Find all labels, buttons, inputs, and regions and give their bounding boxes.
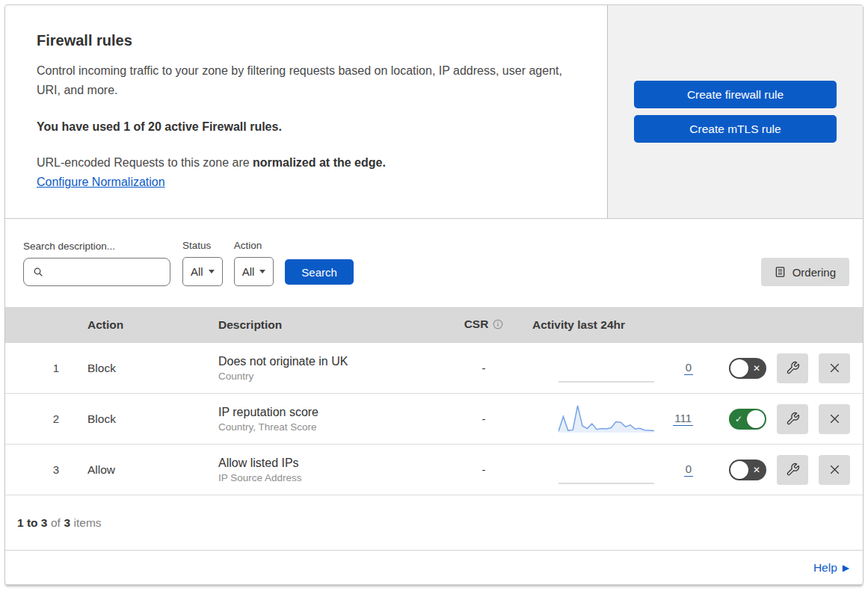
rule-fields: Country [218,371,443,382]
firewall-rules-panel: Firewall rules Control incoming traffic … [4,4,864,585]
header-section: Firewall rules Control incoming traffic … [5,5,863,219]
edit-rule-button[interactable] [777,455,808,485]
normalization-note-bold: normalized at the edge. [253,156,386,169]
wrench-icon [786,361,800,375]
toggle-cross-icon: ✕ [753,364,760,373]
close-icon [828,463,841,476]
rule-csr-value: - [443,412,525,425]
ordering-list-icon [775,266,786,278]
rule-description: Does not originate in UK [218,355,443,368]
rule-description: Allow listed IPs [218,457,443,470]
activity-sparkline [558,403,654,436]
search-group: Search description... [23,241,170,286]
rule-description-cell: Allow listed IPs IP Source Address [203,457,443,483]
rule-fields: IP Source Address [218,472,443,483]
items-range: 1 to 3 [17,516,47,530]
chevron-down-icon [259,270,265,273]
activity-count-link[interactable]: 0 [684,462,693,477]
create-mtls-rule-button[interactable]: Create mTLS rule [634,115,837,143]
rule-activity-cell: 0 [525,352,704,385]
page-description: Control incoming traffic to your zone by… [37,61,577,100]
wrench-icon [786,412,800,426]
usage-summary: You have used 1 of 20 active Firewall ru… [37,120,577,134]
header-text-block: Firewall rules Control incoming traffic … [5,5,607,218]
help-link[interactable]: Help ▶ [813,561,849,575]
status-selected-value: All [191,265,203,278]
activity-column-header: Activity last 24hr [525,318,704,332]
filter-bar: Search description... Status All Action … [5,219,863,307]
action-label: Action [234,240,274,251]
search-input[interactable] [50,259,185,285]
rule-controls: ✓ ✕ [704,455,863,485]
rule-description-cell: Does not originate in UK Country [203,355,443,382]
rule-enabled-toggle[interactable]: ✓ ✕ [729,358,766,379]
items-total: 3 [64,516,70,530]
edit-rule-button[interactable] [777,353,808,383]
table-row: 1 Block Does not originate in UK Country… [5,343,863,394]
items-label: items [74,516,102,530]
activity-sparkline [558,352,654,385]
normalization-note-text: URL-encoded Requests to this zone are [37,156,253,169]
help-row: Help ▶ [5,551,863,584]
delete-rule-button[interactable] [819,455,850,485]
rule-priority: 1 [5,362,73,374]
rule-activity-cell: 111 [525,403,704,436]
ordering-button[interactable]: Ordering [761,258,849,286]
activity-count-link[interactable]: 0 [684,361,693,375]
rule-priority: 2 [5,412,73,425]
search-icon [32,266,44,278]
search-button[interactable]: Search [285,259,354,285]
action-filter-group: Action All [234,240,274,286]
items-of-text: of [51,516,61,530]
status-select[interactable]: All [182,257,223,286]
status-filter-group: Status All [182,240,223,286]
rule-priority: 3 [5,463,73,476]
create-firewall-rule-button[interactable]: Create firewall rule [634,81,837,108]
close-icon [828,412,841,425]
rule-fields: Country, Threat Score [218,421,443,433]
description-column-header: Description [203,318,443,332]
table-row: 2 Block IP reputation score Country, Thr… [5,394,863,445]
rule-action: Block [73,362,203,375]
table-header-row: Action Description CSR Activity last 24h… [5,307,863,343]
rule-description: IP reputation score [218,406,443,419]
close-icon [828,362,841,374]
action-column-header: Action [73,318,203,332]
chevron-down-icon [209,270,215,273]
search-label: Search description... [23,241,170,252]
activity-count-link[interactable]: 111 [673,412,693,426]
action-selected-value: All [242,265,255,278]
page-title: Firewall rules [37,32,577,49]
toggle-knob [747,410,765,428]
configure-normalization-link[interactable]: Configure Normalization [37,176,165,188]
toggle-knob [730,359,748,377]
rule-activity-cell: 0 [525,454,704,486]
toggle-check-icon: ✓ [735,415,742,424]
delete-rule-button[interactable] [819,353,850,383]
rule-enabled-toggle[interactable]: ✓ ✕ [729,460,766,480]
rule-description-cell: IP reputation score Country, Threat Scor… [203,406,443,433]
pagination-summary: 1 to 3 of 3 items [5,495,863,551]
rule-enabled-toggle[interactable]: ✓ ✕ [729,409,766,430]
toggle-cross-icon: ✕ [753,465,760,474]
rule-csr-value: - [443,362,525,374]
rule-csr-value: - [443,463,525,476]
rule-action: Allow [73,463,203,477]
rule-controls: ✓ ✕ [704,404,863,434]
rule-action: Block [73,412,203,426]
rule-controls: ✓ ✕ [704,353,863,383]
normalization-note: URL-encoded Requests to this zone are no… [37,156,577,170]
rules-table-body: 1 Block Does not originate in UK Country… [5,343,863,495]
action-select[interactable]: All [234,257,274,286]
status-label: Status [182,240,223,251]
help-link-label: Help [813,561,837,575]
table-row: 3 Allow Allow listed IPs IP Source Addre… [5,445,863,495]
ordering-button-label: Ordering [792,266,836,279]
delete-rule-button[interactable] [819,404,850,434]
activity-sparkline [558,454,654,486]
wrench-icon [786,462,800,477]
help-arrow-icon: ▶ [843,563,849,573]
csr-column-header: CSR [443,318,525,332]
info-icon[interactable] [493,319,503,332]
edit-rule-button[interactable] [777,404,808,434]
